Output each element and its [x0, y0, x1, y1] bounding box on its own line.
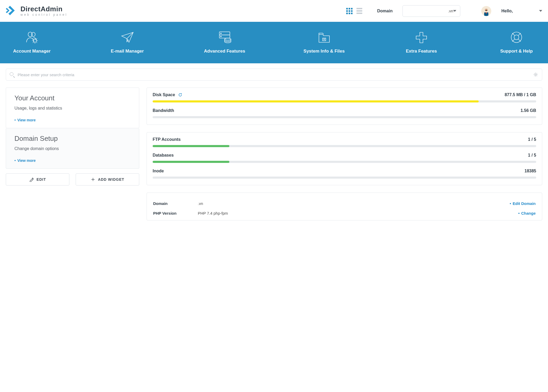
svg-line-18 — [512, 33, 515, 35]
main-nav: Account Manager E-mail Manager Advanced — [0, 22, 548, 63]
domain-info-panel: Domain.vnEdit DomainPHP VersionPHP 7.4 p… — [147, 193, 542, 220]
nav-support-help[interactable]: Support & Help — [498, 31, 535, 54]
info-value: .vn — [198, 201, 510, 206]
nav-label: E-mail Manager — [111, 49, 144, 54]
panel-title: Domain Setup — [14, 135, 131, 143]
stat-label: Databases — [153, 153, 174, 158]
edit-button[interactable]: EDIT — [6, 173, 69, 185]
stat-row: Databases1 / 5 — [147, 151, 542, 167]
stat-row: Inode18385 — [147, 167, 542, 182]
svg-line-21 — [518, 39, 521, 42]
progress-bar — [153, 100, 536, 102]
nav-email-manager[interactable]: E-mail Manager — [109, 31, 146, 54]
refresh-icon[interactable] — [178, 93, 182, 97]
info-link[interactable]: Change — [518, 211, 536, 215]
panel-title: Your Account — [14, 94, 131, 102]
stat-row: Bandwidth1.56 GB — [147, 106, 542, 122]
paper-plane-icon — [120, 31, 135, 44]
svg-point-6 — [32, 32, 35, 37]
svg-line-19 — [518, 33, 521, 35]
nav-extra-features[interactable]: Extra Features — [403, 31, 440, 54]
stat-value: 1 / 5 — [528, 153, 536, 158]
list-view-icon[interactable] — [356, 7, 363, 15]
info-link[interactable]: Edit Domain — [510, 201, 536, 206]
left-column: Your Account Usage, logs and statistics … — [6, 87, 139, 185]
svg-point-22 — [535, 74, 536, 75]
stat-label: Disk Space — [153, 92, 175, 97]
stat-row: FTP Accounts1 / 5 — [147, 132, 542, 151]
view-toggle — [346, 7, 363, 15]
svg-rect-13 — [323, 38, 326, 41]
folder-files-icon — [317, 31, 332, 44]
stat-value: 1 / 5 — [528, 137, 536, 142]
svg-point-10 — [220, 33, 221, 34]
right-column: Disk Space877.5 MB / 1 GBBandwidth1.56 G… — [147, 87, 542, 220]
info-value: PHP 7.4 php-fpm — [198, 211, 518, 215]
svg-marker-0 — [6, 8, 9, 13]
nav-label: Advanced Features — [204, 49, 245, 54]
hello-label: Hello, — [501, 9, 513, 13]
domain-label: Domain — [377, 9, 393, 13]
svg-line-20 — [512, 39, 515, 42]
grid-view-icon[interactable] — [346, 7, 353, 15]
domain-select-value: .vn — [406, 9, 453, 13]
stat-value: 1.56 GB — [520, 108, 536, 113]
panel-subtitle: Change domain options — [14, 146, 131, 151]
top-bar: DirectAdmin web control panel Domain .vn… — [0, 0, 548, 22]
stat-label: Inode — [153, 169, 164, 173]
search-bar — [6, 69, 542, 81]
brand-subtitle: web control panel — [20, 13, 68, 17]
progress-bar — [153, 145, 536, 147]
progress-bar — [153, 116, 536, 118]
stat-row: Disk Space877.5 MB / 1 GB — [147, 88, 542, 106]
search-icon — [10, 72, 14, 77]
nav-label: Account Manager — [13, 49, 51, 54]
nav-label: Support & Help — [500, 49, 533, 54]
chevron-down-icon — [539, 10, 542, 12]
stat-value: 18385 — [525, 169, 536, 173]
usage-panel-accounts: FTP Accounts1 / 5Databases1 / 5Inode1838… — [147, 132, 542, 185]
stat-value: 877.5 MB / 1 GB — [505, 92, 536, 97]
nav-system-info[interactable]: System Info & Files — [303, 31, 345, 54]
brand-title: DirectAdmin — [20, 6, 68, 13]
main-content: Your Account Usage, logs and statistics … — [0, 81, 548, 231]
progress-bar — [153, 177, 536, 179]
brand-logo[interactable]: DirectAdmin web control panel — [6, 5, 68, 17]
lifebuoy-icon — [509, 31, 524, 44]
plus-icon — [414, 31, 429, 44]
domain-select[interactable]: .vn — [402, 5, 460, 17]
progress-bar — [153, 161, 536, 163]
info-row: PHP VersionPHP 7.4 php-fpmChange — [153, 208, 536, 218]
button-label: ADD WIDGET — [98, 177, 124, 182]
nav-label: System Info & Files — [303, 49, 345, 54]
info-row: Domain.vnEdit Domain — [153, 199, 536, 208]
chevron-down-icon — [453, 10, 456, 12]
info-key: Domain — [153, 201, 198, 206]
button-label: EDIT — [37, 177, 46, 182]
nav-account-manager[interactable]: Account Manager — [13, 31, 51, 54]
stat-label: Bandwidth — [153, 108, 174, 113]
info-key: PHP Version — [153, 211, 198, 215]
svg-point-17 — [514, 35, 519, 40]
gear-icon[interactable] — [533, 72, 538, 77]
avatar[interactable] — [481, 6, 491, 16]
nav-label: Extra Features — [406, 49, 437, 54]
user-menu[interactable]: Hello, — [501, 9, 542, 13]
logo-icon — [6, 5, 17, 17]
nav-advanced-features[interactable]: Advanced Features — [204, 31, 245, 54]
svg-point-12 — [225, 38, 231, 40]
view-more-link[interactable]: View more — [14, 158, 36, 163]
view-more-link[interactable]: View more — [14, 118, 36, 122]
svg-point-11 — [220, 36, 221, 37]
your-account-panel: Your Account Usage, logs and statistics … — [6, 87, 139, 128]
search-input[interactable] — [18, 73, 533, 77]
server-db-icon — [217, 31, 232, 44]
panel-subtitle: Usage, logs and statistics — [14, 106, 131, 111]
usage-panel-disk-bw: Disk Space877.5 MB / 1 GBBandwidth1.56 G… — [147, 87, 542, 125]
users-gear-icon — [24, 31, 39, 44]
domain-setup-panel: Domain Setup Change domain options View … — [6, 128, 139, 169]
add-widget-button[interactable]: ADD WIDGET — [76, 173, 139, 185]
stat-label: FTP Accounts — [153, 137, 181, 142]
